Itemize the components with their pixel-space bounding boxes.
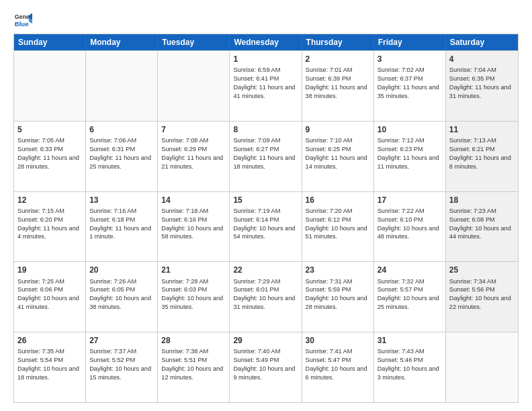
day-number: 30 — [306, 335, 370, 346]
day-info: Sunrise: 7:26 AM Sunset: 6:05 PM Dayligh… — [89, 278, 151, 311]
header-day-sunday: Sunday — [14, 34, 86, 50]
header-day-monday: Monday — [86, 34, 158, 50]
day-info: Sunrise: 7:06 AM Sunset: 6:31 PM Dayligh… — [89, 137, 151, 170]
calendar-cell-2: 2Sunrise: 7:01 AM Sunset: 6:39 PM Daylig… — [302, 51, 374, 121]
calendar-cell-7: 7Sunrise: 7:08 AM Sunset: 6:29 PM Daylig… — [158, 122, 230, 191]
day-number: 18 — [449, 195, 515, 205]
calendar-row-1: 5Sunrise: 7:05 AM Sunset: 6:33 PM Daylig… — [14, 121, 518, 191]
day-number: 22 — [233, 265, 298, 275]
calendar-cell-29: 29Sunrise: 7:40 AM Sunset: 5:49 PM Dayli… — [230, 332, 302, 402]
logo-icon: General Blue — [13, 11, 32, 30]
calendar-row-4: 26Sunrise: 7:35 AM Sunset: 5:54 PM Dayli… — [14, 332, 518, 402]
header-day-tuesday: Tuesday — [158, 34, 230, 50]
calendar-cell-15: 15Sunrise: 7:19 AM Sunset: 6:14 PM Dayli… — [230, 192, 302, 262]
day-number: 14 — [161, 195, 226, 205]
calendar-row-0: 1Sunrise: 6:59 AM Sunset: 6:41 PM Daylig… — [14, 50, 518, 121]
day-info: Sunrise: 7:13 AM Sunset: 6:21 PM Dayligh… — [449, 137, 511, 170]
day-info: Sunrise: 7:09 AM Sunset: 6:27 PM Dayligh… — [233, 137, 295, 170]
day-number: 11 — [449, 124, 515, 135]
day-number: 25 — [449, 265, 515, 275]
calendar-row-3: 19Sunrise: 7:25 AM Sunset: 6:06 PM Dayli… — [14, 261, 518, 332]
day-info: Sunrise: 7:04 AM Sunset: 6:35 PM Dayligh… — [449, 66, 511, 99]
calendar-cell-11: 11Sunrise: 7:13 AM Sunset: 6:21 PM Dayli… — [446, 122, 518, 191]
logo: General Blue — [13, 11, 32, 30]
day-number: 29 — [233, 335, 298, 346]
calendar-cell-26: 26Sunrise: 7:35 AM Sunset: 5:54 PM Dayli… — [14, 332, 86, 402]
calendar-cell-30: 30Sunrise: 7:41 AM Sunset: 5:47 PM Dayli… — [302, 332, 374, 402]
day-info: Sunrise: 7:10 AM Sunset: 6:25 PM Dayligh… — [306, 137, 367, 170]
day-info: Sunrise: 7:22 AM Sunset: 6:10 PM Dayligh… — [378, 208, 439, 240]
calendar-cell-18: 18Sunrise: 7:23 AM Sunset: 6:08 PM Dayli… — [446, 192, 518, 262]
day-number: 21 — [161, 265, 226, 275]
calendar-cell-9: 9Sunrise: 7:10 AM Sunset: 6:25 PM Daylig… — [302, 122, 374, 191]
day-info: Sunrise: 7:12 AM Sunset: 6:23 PM Dayligh… — [378, 137, 439, 170]
day-info: Sunrise: 7:08 AM Sunset: 6:29 PM Dayligh… — [161, 137, 223, 170]
day-info: Sunrise: 7:43 AM Sunset: 5:46 PM Dayligh… — [378, 348, 439, 381]
day-info: Sunrise: 7:32 AM Sunset: 5:57 PM Dayligh… — [378, 278, 439, 311]
header-day-wednesday: Wednesday — [230, 34, 302, 50]
day-number: 9 — [306, 124, 370, 135]
day-number: 3 — [378, 54, 442, 64]
day-info: Sunrise: 7:38 AM Sunset: 5:51 PM Dayligh… — [161, 348, 223, 381]
calendar-cell-25: 25Sunrise: 7:34 AM Sunset: 5:56 PM Dayli… — [446, 262, 518, 332]
day-number: 6 — [89, 124, 154, 135]
calendar-cell-empty-6 — [446, 332, 518, 402]
day-number: 19 — [17, 265, 82, 275]
day-number: 26 — [17, 335, 82, 346]
calendar-cell-16: 16Sunrise: 7:20 AM Sunset: 6:12 PM Dayli… — [302, 192, 374, 262]
calendar: SundayMondayTuesdayWednesdayThursdayFrid… — [13, 34, 519, 403]
calendar-cell-12: 12Sunrise: 7:15 AM Sunset: 6:20 PM Dayli… — [14, 192, 86, 262]
calendar-cell-31: 31Sunrise: 7:43 AM Sunset: 5:46 PM Dayli… — [374, 332, 446, 402]
page-header: General Blue — [13, 11, 519, 30]
calendar-cell-1: 1Sunrise: 6:59 AM Sunset: 6:41 PM Daylig… — [230, 51, 302, 121]
calendar-body: 1Sunrise: 6:59 AM Sunset: 6:41 PM Daylig… — [14, 50, 518, 402]
calendar-cell-8: 8Sunrise: 7:09 AM Sunset: 6:27 PM Daylig… — [230, 122, 302, 191]
calendar-cell-14: 14Sunrise: 7:18 AM Sunset: 6:16 PM Dayli… — [158, 192, 230, 262]
day-number: 5 — [17, 124, 82, 135]
day-number: 20 — [89, 265, 154, 275]
header-day-thursday: Thursday — [302, 34, 374, 50]
calendar-cell-3: 3Sunrise: 7:02 AM Sunset: 6:37 PM Daylig… — [374, 51, 446, 121]
day-info: Sunrise: 7:20 AM Sunset: 6:12 PM Dayligh… — [306, 208, 367, 240]
day-number: 8 — [233, 124, 298, 135]
calendar-cell-6: 6Sunrise: 7:06 AM Sunset: 6:31 PM Daylig… — [86, 122, 158, 191]
calendar-cell-19: 19Sunrise: 7:25 AM Sunset: 6:06 PM Dayli… — [14, 262, 86, 332]
day-info: Sunrise: 6:59 AM Sunset: 6:41 PM Dayligh… — [233, 66, 295, 99]
day-info: Sunrise: 7:02 AM Sunset: 6:37 PM Dayligh… — [378, 66, 439, 99]
calendar-cell-empty-1 — [86, 51, 158, 121]
day-info: Sunrise: 7:35 AM Sunset: 5:54 PM Dayligh… — [17, 348, 79, 381]
day-number: 28 — [161, 335, 226, 346]
day-number: 23 — [306, 265, 370, 275]
day-number: 27 — [89, 335, 154, 346]
calendar-cell-24: 24Sunrise: 7:32 AM Sunset: 5:57 PM Dayli… — [374, 262, 446, 332]
day-info: Sunrise: 7:31 AM Sunset: 5:59 PM Dayligh… — [306, 278, 367, 311]
day-number: 13 — [89, 195, 154, 205]
calendar-cell-28: 28Sunrise: 7:38 AM Sunset: 5:51 PM Dayli… — [158, 332, 230, 402]
day-info: Sunrise: 7:37 AM Sunset: 5:52 PM Dayligh… — [89, 348, 151, 381]
calendar-cell-4: 4Sunrise: 7:04 AM Sunset: 6:35 PM Daylig… — [446, 51, 518, 121]
day-number: 1 — [233, 54, 298, 64]
day-info: Sunrise: 7:34 AM Sunset: 5:56 PM Dayligh… — [449, 278, 511, 311]
calendar-cell-13: 13Sunrise: 7:16 AM Sunset: 6:18 PM Dayli… — [86, 192, 158, 262]
calendar-cell-empty-2 — [158, 51, 230, 121]
calendar-cell-27: 27Sunrise: 7:37 AM Sunset: 5:52 PM Dayli… — [86, 332, 158, 402]
day-number: 10 — [378, 124, 442, 135]
day-info: Sunrise: 7:05 AM Sunset: 6:33 PM Dayligh… — [17, 137, 79, 170]
calendar-row-2: 12Sunrise: 7:15 AM Sunset: 6:20 PM Dayli… — [14, 191, 518, 262]
calendar-cell-21: 21Sunrise: 7:28 AM Sunset: 6:03 PM Dayli… — [158, 262, 230, 332]
day-info: Sunrise: 7:15 AM Sunset: 6:20 PM Dayligh… — [17, 208, 79, 240]
day-info: Sunrise: 7:23 AM Sunset: 6:08 PM Dayligh… — [449, 208, 511, 240]
calendar-header: SundayMondayTuesdayWednesdayThursdayFrid… — [14, 34, 518, 50]
calendar-cell-23: 23Sunrise: 7:31 AM Sunset: 5:59 PM Dayli… — [302, 262, 374, 332]
calendar-cell-20: 20Sunrise: 7:26 AM Sunset: 6:05 PM Dayli… — [86, 262, 158, 332]
day-number: 17 — [378, 195, 442, 205]
day-number: 15 — [233, 195, 298, 205]
day-number: 4 — [449, 54, 515, 64]
day-info: Sunrise: 7:16 AM Sunset: 6:18 PM Dayligh… — [89, 208, 151, 240]
day-info: Sunrise: 7:29 AM Sunset: 6:01 PM Dayligh… — [233, 278, 295, 311]
header-day-saturday: Saturday — [446, 34, 518, 50]
day-info: Sunrise: 7:28 AM Sunset: 6:03 PM Dayligh… — [161, 278, 223, 311]
calendar-cell-22: 22Sunrise: 7:29 AM Sunset: 6:01 PM Dayli… — [230, 262, 302, 332]
day-info: Sunrise: 7:40 AM Sunset: 5:49 PM Dayligh… — [233, 348, 295, 381]
day-number: 2 — [306, 54, 370, 64]
